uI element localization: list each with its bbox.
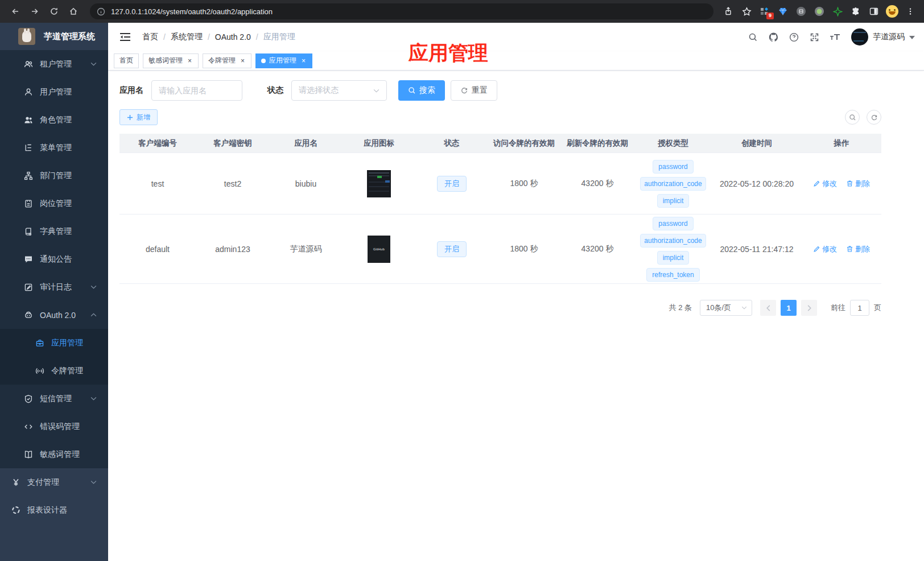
app-name-input[interactable] — [151, 80, 242, 101]
refresh-table-icon[interactable] — [867, 110, 881, 125]
address-bar[interactable]: 127.0.0.1:1024/system/oauth2/oauth2/appl… — [90, 3, 713, 19]
page-size-select[interactable]: 10条/页 — [700, 300, 752, 316]
column-header: 访问令牌的有效期 — [488, 138, 560, 148]
cell-grant-types: passwordauthorization_codeimplicit — [634, 160, 712, 208]
pay-yen-icon — [11, 478, 20, 487]
home-icon[interactable] — [65, 3, 82, 20]
close-icon[interactable]: × — [300, 57, 307, 65]
back-icon[interactable] — [7, 3, 24, 20]
sidebar-item-user[interactable]: 用户管理 — [0, 78, 108, 106]
star-extension-icon[interactable] — [830, 3, 845, 19]
breadcrumb-item: 应用管理 — [263, 32, 295, 42]
status-select[interactable]: 请选择状态 — [291, 80, 387, 101]
site-info-icon[interactable] — [97, 7, 105, 16]
sidebar-item-label: 岗位管理 — [40, 199, 72, 209]
share-icon[interactable] — [720, 3, 736, 19]
close-icon[interactable]: × — [240, 57, 246, 65]
cell-app-icon — [342, 170, 416, 197]
tab-应用管理[interactable]: 应用管理× — [255, 53, 312, 68]
table-row: testtest2biubiu开启1800 秒43200 秒passwordau… — [119, 153, 881, 214]
breadcrumb-separator: / — [208, 32, 210, 42]
sidebar-item-label: 支付管理 — [27, 477, 59, 488]
fullscreen-icon[interactable] — [807, 30, 822, 44]
app-name-label: 应用名 — [119, 85, 143, 96]
sidebar-item-audit[interactable]: 审计日志 — [0, 273, 108, 301]
sidebar-item-oauth-token[interactable]: 令牌管理 — [0, 357, 108, 385]
oauth-robot-icon — [24, 311, 33, 320]
sidebar-item-dept[interactable]: 部门管理 — [0, 162, 108, 189]
column-header: 客户端编号 — [119, 138, 196, 148]
tab-令牌管理[interactable]: 令牌管理× — [203, 53, 251, 68]
sidebar-item-sensitive[interactable]: 敏感词管理 — [0, 440, 108, 468]
sidebar-item-label: 用户管理 — [40, 87, 72, 97]
pagination: 共 2 条 10条/页 1 前往 页 — [119, 300, 881, 316]
reset-button[interactable]: 重置 — [451, 80, 497, 101]
bookmark-star-icon[interactable] — [739, 3, 754, 19]
breadcrumb-item[interactable]: 首页 — [142, 32, 158, 42]
forward-icon[interactable] — [26, 3, 43, 20]
chevron-down-icon — [90, 397, 97, 401]
collapse-sidebar-icon[interactable] — [117, 32, 133, 42]
page-number-1[interactable]: 1 — [781, 300, 797, 316]
next-page-button[interactable] — [801, 300, 817, 316]
search-button[interactable]: 搜索 — [398, 80, 445, 101]
sidebar-item-report[interactable]: 报表设计器 — [0, 496, 108, 524]
column-header: 操作 — [802, 138, 881, 148]
sidebar-item-notice[interactable]: 通知公告 — [0, 245, 108, 273]
cell-status: 开启 — [416, 176, 488, 192]
report-designer-icon — [11, 506, 20, 515]
edit-button[interactable]: 修改 — [813, 179, 837, 189]
github-icon[interactable] — [766, 30, 781, 44]
delete-button[interactable]: 删除 — [846, 179, 870, 189]
prev-page-button[interactable] — [760, 300, 776, 316]
sidebar-item-pay[interactable]: 支付管理 — [0, 468, 108, 496]
browser-menu-icon[interactable] — [902, 3, 918, 19]
user-menu[interactable]: 芋道源码 — [851, 28, 915, 46]
sidebar-item-tenant[interactable]: 租户管理 — [0, 50, 108, 78]
close-icon[interactable]: × — [187, 57, 193, 65]
sidebar-item-label: 敏感词管理 — [40, 449, 80, 460]
column-header: 应用图标 — [342, 138, 416, 148]
profile-avatar-icon[interactable] — [884, 3, 900, 19]
column-header: 创建时间 — [712, 138, 802, 148]
sms-shield-icon — [24, 394, 33, 403]
extension-grid-icon[interactable]: 9 — [757, 3, 773, 19]
edit-button[interactable]: 修改 — [813, 244, 837, 254]
cell-refresh-validity: 43200 秒 — [560, 179, 634, 189]
goto-page-input[interactable] — [850, 300, 869, 316]
header-search-icon[interactable] — [745, 30, 760, 44]
sidebar-item-role[interactable]: 角色管理 — [0, 106, 108, 134]
tab-首页[interactable]: 首页 — [114, 53, 139, 68]
tab-敏感词管理[interactable]: 敏感词管理× — [143, 53, 199, 68]
sidebar-item-label: 菜单管理 — [40, 143, 72, 153]
sidebar-item-dict[interactable]: 字典管理 — [0, 217, 108, 245]
token-signal-icon — [35, 366, 44, 376]
breadcrumb-item[interactable]: 系统管理 — [171, 32, 203, 42]
breadcrumb-item[interactable]: OAuth 2.0 — [215, 32, 251, 42]
sidebar-item-oauth2[interactable]: OAuth 2.0 — [0, 301, 108, 329]
page-content: 应用名 状态 请选择状态 搜索 — [108, 71, 924, 561]
user-icon — [24, 88, 33, 97]
cmd-extension-icon[interactable] — [793, 3, 809, 19]
sidebar-item-menu[interactable]: 菜单管理 — [0, 134, 108, 162]
app-logo[interactable]: 芋道管理系统 — [0, 23, 108, 50]
active-tab-dot — [261, 59, 266, 63]
font-size-icon[interactable] — [827, 30, 842, 44]
add-button[interactable]: 新增 — [119, 109, 158, 125]
show-search-toggle-icon[interactable] — [845, 110, 860, 125]
post-badge-icon — [24, 199, 33, 208]
reading-list-icon[interactable] — [866, 3, 882, 19]
reload-icon[interactable] — [46, 3, 63, 20]
status-badge: 开启 — [437, 176, 467, 192]
delete-button[interactable]: 删除 — [846, 244, 870, 254]
puzzle-extensions-icon[interactable] — [848, 3, 864, 19]
sidebar-item-oauth-app[interactable]: 应用管理 — [0, 329, 108, 357]
help-icon[interactable] — [786, 30, 801, 44]
gem-extension-icon[interactable] — [775, 3, 791, 19]
sidebar-menu: 租户管理用户管理角色管理菜单管理部门管理岗位管理字典管理通知公告审计日志OAut… — [0, 50, 108, 561]
sidebar-item-errcode[interactable]: 错误码管理 — [0, 412, 108, 440]
record-extension-icon[interactable] — [811, 3, 827, 19]
sidebar-item-sms[interactable]: 短信管理 — [0, 385, 108, 412]
sidebar-item-post[interactable]: 岗位管理 — [0, 189, 108, 217]
error-code-icon — [24, 422, 33, 431]
